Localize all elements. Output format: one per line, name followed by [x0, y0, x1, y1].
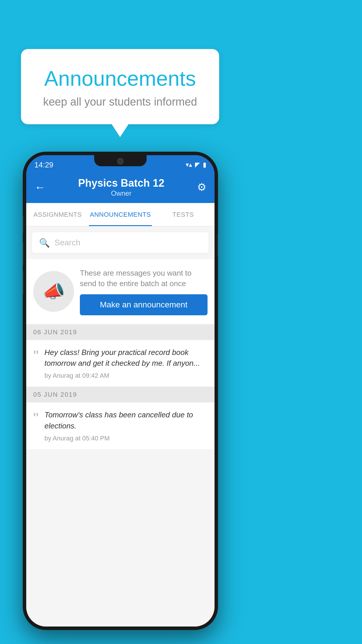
screen-content: 🔍 Search 📣 These are messages you want t… — [26, 226, 215, 626]
megaphone-icon: 📣 — [43, 281, 65, 302]
announcement-meta-2: by Anurag at 05:40 PM — [44, 435, 208, 442]
phone-screen: 14:29 ▾▴ ◤ ▮ ← Physics Batch 12 Owner ⚙ — [26, 155, 215, 626]
announcement-text-2: Tomorrow's class has been cancelled due … — [44, 410, 208, 431]
phone-mockup: 14:29 ▾▴ ◤ ▮ ← Physics Batch 12 Owner ⚙ — [23, 152, 218, 630]
announcement-content-1: Hey class! Bring your practical record b… — [44, 347, 208, 379]
search-icon: 🔍 — [39, 238, 50, 248]
speech-bubble: Announcements keep all your students inf… — [21, 49, 219, 124]
tab-tests[interactable]: TESTS — [152, 203, 215, 226]
quote-icon-2: " — [33, 411, 38, 426]
bubble-subtitle: keep all your students informed — [33, 96, 208, 108]
power-button — [217, 233, 218, 257]
promo-content: These are messages you want to send to t… — [80, 268, 208, 315]
announcement-content-2: Tomorrow's class has been cancelled due … — [44, 410, 208, 442]
announcement-promo: 📣 These are messages you want to send to… — [26, 259, 215, 324]
volume-down-button — [23, 271, 23, 295]
tab-assignments[interactable]: ASSIGNMENTS — [26, 203, 89, 226]
announcement-item-1[interactable]: " Hey class! Bring your practical record… — [26, 340, 215, 387]
phone-outer: 14:29 ▾▴ ◤ ▮ ← Physics Batch 12 Owner ⚙ — [23, 152, 218, 630]
announcement-text-1: Hey class! Bring your practical record b… — [44, 347, 208, 369]
search-placeholder: Search — [55, 238, 80, 247]
back-button[interactable]: ← — [34, 181, 45, 194]
user-role: Owner — [78, 189, 164, 197]
settings-icon[interactable]: ⚙ — [197, 181, 206, 193]
promo-description: These are messages you want to send to t… — [80, 268, 208, 289]
header-center: Physics Batch 12 Owner — [78, 177, 164, 197]
volume-up-button — [23, 242, 23, 265]
search-bar[interactable]: 🔍 Search — [32, 232, 209, 253]
volume-silent-button — [23, 216, 23, 233]
wifi-icon: ▾▴ — [186, 161, 192, 169]
status-icons: ▾▴ ◤ ▮ — [186, 161, 206, 169]
battery-icon: ▮ — [203, 161, 206, 169]
batch-name: Physics Batch 12 — [78, 177, 164, 189]
make-announcement-button[interactable]: Make an announcement — [80, 294, 208, 315]
tab-announcements[interactable]: ANNOUNCEMENTS — [89, 203, 152, 226]
promo-icon-circle: 📣 — [33, 271, 74, 312]
app-header: ← Physics Batch 12 Owner ⚙ — [26, 172, 215, 203]
date-separator-2: 05 JUN 2019 — [26, 387, 215, 402]
announcement-item-2[interactable]: " Tomorrow's class has been cancelled du… — [26, 402, 215, 449]
bubble-title: Announcements — [33, 66, 208, 90]
date-separator-1: 06 JUN 2019 — [26, 324, 215, 340]
status-time: 14:29 — [34, 160, 53, 169]
notch — [94, 155, 147, 166]
camera — [117, 158, 124, 164]
announcement-meta-1: by Anurag at 09:42 AM — [44, 372, 208, 379]
tabs-bar: ASSIGNMENTS ANNOUNCEMENTS TESTS — [26, 203, 215, 226]
signal-icon: ◤ — [195, 161, 200, 169]
quote-icon-1: " — [33, 348, 38, 363]
